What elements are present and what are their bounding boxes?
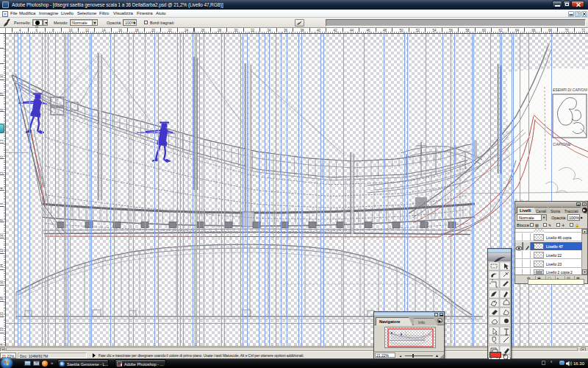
svg-text:ESEMPI DI CAPIONI: ESEMPI DI CAPIONI bbox=[553, 88, 588, 92]
